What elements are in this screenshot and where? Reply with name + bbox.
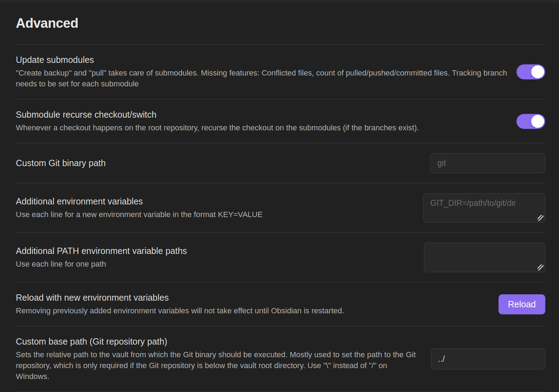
setting-info: Custom base path (Git repository path) S…: [16, 336, 423, 382]
setting-item-custom-base-path: Custom base path (Git repository path) S…: [16, 326, 545, 392]
setting-name: Submodule recurse checkout/switch: [16, 109, 508, 120]
setting-control: [516, 64, 545, 79]
setting-control: [516, 114, 545, 129]
setting-item-update-submodules: Update submodules "Create backup" and "p…: [16, 44, 545, 99]
setting-control: [424, 243, 545, 272]
setting-info: Submodule recurse checkout/switch Whenev…: [16, 109, 508, 133]
page-title: Advanced: [16, 15, 545, 31]
setting-name: Update submodules: [16, 54, 508, 65]
setting-name: Custom Git binary path: [16, 158, 422, 169]
setting-info: Update submodules "Create backup" and "p…: [16, 54, 508, 89]
setting-item-submodule-recurse: Submodule recurse checkout/switch Whenev…: [16, 99, 545, 143]
setting-name: Custom base path (Git repository path): [16, 336, 423, 347]
setting-description: Removing previously added environment va…: [16, 305, 490, 316]
setting-info: Additional environment variables Use eac…: [16, 196, 415, 220]
setting-item-env-variables: Additional environment variables Use eac…: [16, 183, 545, 233]
setting-control: [423, 193, 545, 223]
setting-description: Sets the relative path to the vault from…: [16, 349, 423, 382]
textarea-wrapper: [423, 193, 545, 223]
setting-item-reload-env: Reload with new environment variables Re…: [16, 282, 545, 326]
setting-item-path-variables: Additional PATH environment variable pat…: [16, 233, 545, 282]
setting-info: Additional PATH environment variable pat…: [16, 246, 416, 269]
toggle-knob-icon: [531, 115, 544, 128]
toggle-submodule-recurse[interactable]: [516, 114, 545, 129]
path-variables-textarea[interactable]: [424, 243, 545, 272]
textarea-wrapper: [424, 243, 545, 272]
setting-info: Custom Git binary path: [16, 158, 422, 169]
setting-info: Reload with new environment variables Re…: [16, 292, 490, 316]
settings-advanced-section: Advanced Update submodules "Create backu…: [0, 15, 559, 392]
top-edge: [0, 0, 559, 3]
setting-name: Additional environment variables: [16, 196, 415, 207]
resize-grip-icon[interactable]: [538, 215, 544, 221]
setting-control: [431, 348, 545, 370]
setting-description: Use each line for one path: [16, 259, 416, 269]
resize-grip-icon[interactable]: [538, 264, 544, 270]
git-binary-path-input[interactable]: [430, 153, 545, 173]
setting-name: Additional PATH environment variable pat…: [16, 246, 416, 256]
reload-button[interactable]: Reload: [499, 294, 545, 314]
setting-description: Use each line for a new environment vari…: [16, 209, 415, 220]
custom-base-path-input[interactable]: [431, 348, 545, 370]
toggle-knob-icon: [531, 65, 544, 78]
toggle-update-submodules[interactable]: [516, 64, 545, 79]
setting-description: "Create backup" and "pull" takes care of…: [16, 67, 508, 89]
setting-description: Whenever a checkout happens on the root …: [16, 122, 508, 133]
setting-control: [430, 153, 545, 173]
setting-control: Reload: [499, 294, 545, 314]
env-variables-textarea[interactable]: [423, 193, 545, 223]
setting-name: Reload with new environment variables: [16, 292, 490, 303]
setting-item-git-binary-path: Custom Git binary path: [16, 143, 545, 183]
